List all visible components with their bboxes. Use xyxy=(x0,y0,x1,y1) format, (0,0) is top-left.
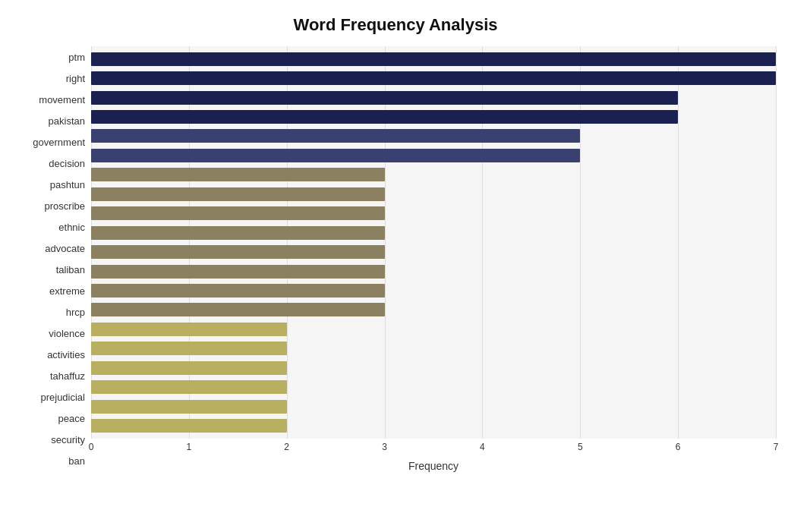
grid-line-7 xyxy=(776,46,777,439)
bar-row-peace xyxy=(91,379,776,395)
chart-container: Word Frequency Analysis ptmrightmovement… xyxy=(0,0,791,532)
bar-violence xyxy=(91,303,385,316)
y-label-security: security xyxy=(15,435,85,445)
y-label-ethnic: ethnic xyxy=(15,222,85,232)
y-label-tahaffuz: tahaffuz xyxy=(15,371,85,381)
bar-pakistan xyxy=(91,110,678,124)
y-label-movement: movement xyxy=(15,95,85,105)
bar-row-hrcp xyxy=(91,282,776,299)
bar-ethnic xyxy=(91,206,385,220)
bar-row-security xyxy=(91,398,776,415)
bar-ptm xyxy=(91,52,776,66)
bar-row-extreme xyxy=(91,263,776,280)
x-axis-label: Frequency xyxy=(91,460,776,472)
bar-pashtun xyxy=(91,168,385,181)
bars-and-x: 01234567 Frequency xyxy=(91,46,776,472)
bar-prejudicial xyxy=(91,361,287,375)
bar-proscribe xyxy=(91,187,385,201)
x-tick-1: 1 xyxy=(187,442,192,452)
x-axis-container: 01234567 Frequency xyxy=(91,439,776,472)
bar-movement xyxy=(91,91,678,105)
y-label-ptm: ptm xyxy=(15,52,85,62)
y-label-advocate: advocate xyxy=(15,244,85,253)
bar-government xyxy=(91,129,580,143)
bar-row-activities xyxy=(91,321,776,338)
x-tick-6: 6 xyxy=(676,442,681,452)
y-label-decision: decision xyxy=(15,159,85,168)
bar-row-decision xyxy=(91,147,776,164)
bar-right xyxy=(91,71,776,85)
chart-area: ptmrightmovementpakistangovernmentdecisi… xyxy=(15,46,776,472)
bars-area xyxy=(91,46,776,439)
x-ticks: 01234567 xyxy=(91,442,776,457)
bar-row-movement xyxy=(91,90,776,106)
x-tick-3: 3 xyxy=(382,442,387,452)
y-label-right: right xyxy=(15,74,85,83)
bar-ban xyxy=(91,419,287,433)
y-label-extreme: extreme xyxy=(15,286,85,296)
y-label-activities: activities xyxy=(15,350,85,360)
y-label-proscribe: proscribe xyxy=(15,201,85,211)
y-label-taliban: taliban xyxy=(15,265,85,275)
y-axis-labels: ptmrightmovementpakistangovernmentdecisi… xyxy=(15,46,91,472)
bar-row-violence xyxy=(91,301,776,318)
x-tick-4: 4 xyxy=(480,442,485,452)
bar-row-pakistan xyxy=(91,109,776,125)
y-label-pashtun: pashtun xyxy=(15,180,85,190)
bar-row-ptm xyxy=(91,51,776,68)
bar-row-advocate xyxy=(91,225,776,241)
bar-row-tahaffuz xyxy=(91,340,776,357)
bar-security xyxy=(91,400,287,414)
bar-advocate xyxy=(91,226,385,240)
bar-row-pashtun xyxy=(91,166,776,183)
y-label-government: government xyxy=(15,137,85,147)
x-tick-0: 0 xyxy=(89,442,94,452)
bar-activities xyxy=(91,323,287,336)
bar-row-ethnic xyxy=(91,205,776,222)
bar-hrcp xyxy=(91,284,385,297)
bar-taliban xyxy=(91,245,385,259)
bar-tahaffuz xyxy=(91,342,287,355)
bar-row-taliban xyxy=(91,244,776,260)
bar-row-right xyxy=(91,70,776,87)
bar-row-ban xyxy=(91,417,776,434)
x-tick-5: 5 xyxy=(578,442,583,452)
y-label-pakistan: pakistan xyxy=(15,116,85,126)
bar-extreme xyxy=(91,265,385,279)
y-label-ban: ban xyxy=(15,456,85,466)
bar-row-proscribe xyxy=(91,186,776,203)
bar-row-government xyxy=(91,127,776,144)
x-tick-7: 7 xyxy=(774,442,779,452)
x-tick-2: 2 xyxy=(284,442,289,452)
y-label-prejudicial: prejudicial xyxy=(15,392,85,402)
bar-peace xyxy=(91,380,287,394)
bar-row-prejudicial xyxy=(91,360,776,376)
chart-title: Word Frequency Analysis xyxy=(15,15,776,35)
y-label-peace: peace xyxy=(15,414,85,423)
y-label-hrcp: hrcp xyxy=(15,307,85,317)
y-label-violence: violence xyxy=(15,329,85,338)
bar-decision xyxy=(91,149,580,162)
